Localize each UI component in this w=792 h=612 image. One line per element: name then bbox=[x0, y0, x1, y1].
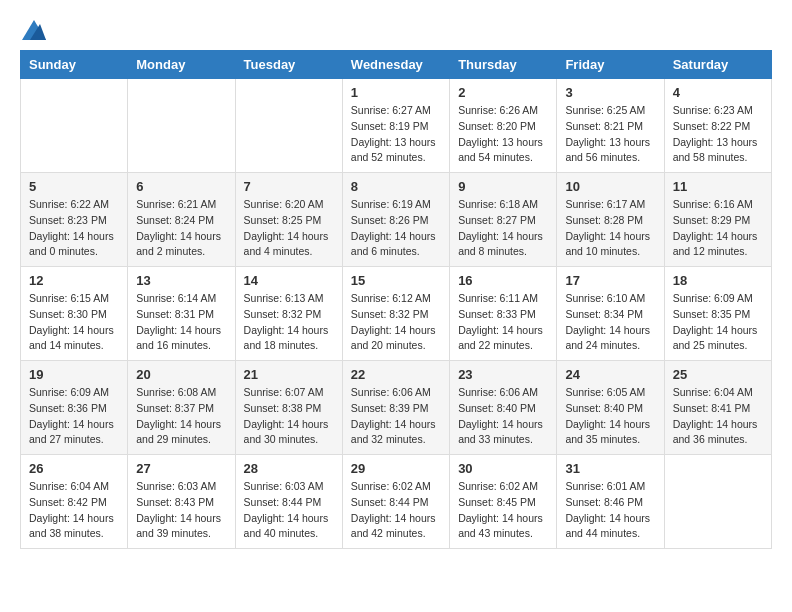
calendar-day-cell: 11Sunrise: 6:16 AMSunset: 8:29 PMDayligh… bbox=[664, 173, 771, 267]
day-number: 1 bbox=[351, 85, 441, 100]
calendar-day-cell: 8Sunrise: 6:19 AMSunset: 8:26 PMDaylight… bbox=[342, 173, 449, 267]
calendar-day-cell: 28Sunrise: 6:03 AMSunset: 8:44 PMDayligh… bbox=[235, 455, 342, 549]
calendar-day-cell: 29Sunrise: 6:02 AMSunset: 8:44 PMDayligh… bbox=[342, 455, 449, 549]
day-info: Sunrise: 6:07 AMSunset: 8:38 PMDaylight:… bbox=[244, 385, 334, 448]
day-info: Sunrise: 6:01 AMSunset: 8:46 PMDaylight:… bbox=[565, 479, 655, 542]
day-info: Sunrise: 6:04 AMSunset: 8:41 PMDaylight:… bbox=[673, 385, 763, 448]
calendar-day-cell: 18Sunrise: 6:09 AMSunset: 8:35 PMDayligh… bbox=[664, 267, 771, 361]
calendar-day-cell bbox=[664, 455, 771, 549]
day-number: 18 bbox=[673, 273, 763, 288]
day-number: 28 bbox=[244, 461, 334, 476]
day-number: 3 bbox=[565, 85, 655, 100]
day-info: Sunrise: 6:09 AMSunset: 8:35 PMDaylight:… bbox=[673, 291, 763, 354]
day-number: 23 bbox=[458, 367, 548, 382]
day-info: Sunrise: 6:13 AMSunset: 8:32 PMDaylight:… bbox=[244, 291, 334, 354]
day-info: Sunrise: 6:04 AMSunset: 8:42 PMDaylight:… bbox=[29, 479, 119, 542]
logo bbox=[20, 20, 46, 40]
day-info: Sunrise: 6:17 AMSunset: 8:28 PMDaylight:… bbox=[565, 197, 655, 260]
day-number: 30 bbox=[458, 461, 548, 476]
day-number: 4 bbox=[673, 85, 763, 100]
day-number: 20 bbox=[136, 367, 226, 382]
calendar-day-cell bbox=[128, 79, 235, 173]
day-number: 24 bbox=[565, 367, 655, 382]
day-number: 22 bbox=[351, 367, 441, 382]
day-info: Sunrise: 6:16 AMSunset: 8:29 PMDaylight:… bbox=[673, 197, 763, 260]
day-number: 26 bbox=[29, 461, 119, 476]
calendar-day-cell: 2Sunrise: 6:26 AMSunset: 8:20 PMDaylight… bbox=[450, 79, 557, 173]
day-number: 12 bbox=[29, 273, 119, 288]
calendar-day-cell: 7Sunrise: 6:20 AMSunset: 8:25 PMDaylight… bbox=[235, 173, 342, 267]
day-info: Sunrise: 6:15 AMSunset: 8:30 PMDaylight:… bbox=[29, 291, 119, 354]
day-info: Sunrise: 6:21 AMSunset: 8:24 PMDaylight:… bbox=[136, 197, 226, 260]
calendar-day-cell: 26Sunrise: 6:04 AMSunset: 8:42 PMDayligh… bbox=[21, 455, 128, 549]
calendar-week-row: 19Sunrise: 6:09 AMSunset: 8:36 PMDayligh… bbox=[21, 361, 772, 455]
day-info: Sunrise: 6:19 AMSunset: 8:26 PMDaylight:… bbox=[351, 197, 441, 260]
day-of-week-header: Saturday bbox=[664, 51, 771, 79]
day-of-week-header: Sunday bbox=[21, 51, 128, 79]
calendar-day-cell: 23Sunrise: 6:06 AMSunset: 8:40 PMDayligh… bbox=[450, 361, 557, 455]
day-info: Sunrise: 6:09 AMSunset: 8:36 PMDaylight:… bbox=[29, 385, 119, 448]
day-number: 25 bbox=[673, 367, 763, 382]
day-number: 2 bbox=[458, 85, 548, 100]
calendar-table: SundayMondayTuesdayWednesdayThursdayFrid… bbox=[20, 50, 772, 549]
day-number: 21 bbox=[244, 367, 334, 382]
day-number: 11 bbox=[673, 179, 763, 194]
day-info: Sunrise: 6:18 AMSunset: 8:27 PMDaylight:… bbox=[458, 197, 548, 260]
calendar-day-cell bbox=[21, 79, 128, 173]
calendar-day-cell: 19Sunrise: 6:09 AMSunset: 8:36 PMDayligh… bbox=[21, 361, 128, 455]
day-info: Sunrise: 6:08 AMSunset: 8:37 PMDaylight:… bbox=[136, 385, 226, 448]
calendar-day-cell: 14Sunrise: 6:13 AMSunset: 8:32 PMDayligh… bbox=[235, 267, 342, 361]
day-info: Sunrise: 6:02 AMSunset: 8:44 PMDaylight:… bbox=[351, 479, 441, 542]
day-info: Sunrise: 6:27 AMSunset: 8:19 PMDaylight:… bbox=[351, 103, 441, 166]
calendar-day-cell: 31Sunrise: 6:01 AMSunset: 8:46 PMDayligh… bbox=[557, 455, 664, 549]
calendar-day-cell: 22Sunrise: 6:06 AMSunset: 8:39 PMDayligh… bbox=[342, 361, 449, 455]
calendar-week-row: 5Sunrise: 6:22 AMSunset: 8:23 PMDaylight… bbox=[21, 173, 772, 267]
calendar-day-cell: 5Sunrise: 6:22 AMSunset: 8:23 PMDaylight… bbox=[21, 173, 128, 267]
day-info: Sunrise: 6:06 AMSunset: 8:40 PMDaylight:… bbox=[458, 385, 548, 448]
day-info: Sunrise: 6:20 AMSunset: 8:25 PMDaylight:… bbox=[244, 197, 334, 260]
calendar-day-cell: 30Sunrise: 6:02 AMSunset: 8:45 PMDayligh… bbox=[450, 455, 557, 549]
logo-icon bbox=[22, 20, 46, 40]
calendar-week-row: 1Sunrise: 6:27 AMSunset: 8:19 PMDaylight… bbox=[21, 79, 772, 173]
calendar-day-cell bbox=[235, 79, 342, 173]
day-info: Sunrise: 6:14 AMSunset: 8:31 PMDaylight:… bbox=[136, 291, 226, 354]
day-info: Sunrise: 6:03 AMSunset: 8:44 PMDaylight:… bbox=[244, 479, 334, 542]
day-number: 7 bbox=[244, 179, 334, 194]
day-info: Sunrise: 6:05 AMSunset: 8:40 PMDaylight:… bbox=[565, 385, 655, 448]
day-info: Sunrise: 6:03 AMSunset: 8:43 PMDaylight:… bbox=[136, 479, 226, 542]
day-info: Sunrise: 6:25 AMSunset: 8:21 PMDaylight:… bbox=[565, 103, 655, 166]
calendar-day-cell: 27Sunrise: 6:03 AMSunset: 8:43 PMDayligh… bbox=[128, 455, 235, 549]
day-of-week-header: Tuesday bbox=[235, 51, 342, 79]
day-number: 5 bbox=[29, 179, 119, 194]
calendar-day-cell: 3Sunrise: 6:25 AMSunset: 8:21 PMDaylight… bbox=[557, 79, 664, 173]
day-number: 31 bbox=[565, 461, 655, 476]
calendar-day-cell: 20Sunrise: 6:08 AMSunset: 8:37 PMDayligh… bbox=[128, 361, 235, 455]
day-number: 19 bbox=[29, 367, 119, 382]
day-info: Sunrise: 6:12 AMSunset: 8:32 PMDaylight:… bbox=[351, 291, 441, 354]
day-number: 6 bbox=[136, 179, 226, 194]
day-number: 9 bbox=[458, 179, 548, 194]
calendar-day-cell: 12Sunrise: 6:15 AMSunset: 8:30 PMDayligh… bbox=[21, 267, 128, 361]
day-number: 8 bbox=[351, 179, 441, 194]
calendar-day-cell: 21Sunrise: 6:07 AMSunset: 8:38 PMDayligh… bbox=[235, 361, 342, 455]
day-number: 14 bbox=[244, 273, 334, 288]
day-number: 29 bbox=[351, 461, 441, 476]
calendar-day-cell: 4Sunrise: 6:23 AMSunset: 8:22 PMDaylight… bbox=[664, 79, 771, 173]
calendar-day-cell: 1Sunrise: 6:27 AMSunset: 8:19 PMDaylight… bbox=[342, 79, 449, 173]
calendar-week-row: 26Sunrise: 6:04 AMSunset: 8:42 PMDayligh… bbox=[21, 455, 772, 549]
day-info: Sunrise: 6:06 AMSunset: 8:39 PMDaylight:… bbox=[351, 385, 441, 448]
day-info: Sunrise: 6:23 AMSunset: 8:22 PMDaylight:… bbox=[673, 103, 763, 166]
day-number: 27 bbox=[136, 461, 226, 476]
day-number: 15 bbox=[351, 273, 441, 288]
calendar-day-cell: 13Sunrise: 6:14 AMSunset: 8:31 PMDayligh… bbox=[128, 267, 235, 361]
calendar-header-row: SundayMondayTuesdayWednesdayThursdayFrid… bbox=[21, 51, 772, 79]
day-info: Sunrise: 6:02 AMSunset: 8:45 PMDaylight:… bbox=[458, 479, 548, 542]
calendar-day-cell: 25Sunrise: 6:04 AMSunset: 8:41 PMDayligh… bbox=[664, 361, 771, 455]
page-header bbox=[20, 20, 772, 40]
day-of-week-header: Monday bbox=[128, 51, 235, 79]
calendar-day-cell: 16Sunrise: 6:11 AMSunset: 8:33 PMDayligh… bbox=[450, 267, 557, 361]
day-number: 17 bbox=[565, 273, 655, 288]
calendar-day-cell: 24Sunrise: 6:05 AMSunset: 8:40 PMDayligh… bbox=[557, 361, 664, 455]
day-info: Sunrise: 6:22 AMSunset: 8:23 PMDaylight:… bbox=[29, 197, 119, 260]
day-info: Sunrise: 6:11 AMSunset: 8:33 PMDaylight:… bbox=[458, 291, 548, 354]
